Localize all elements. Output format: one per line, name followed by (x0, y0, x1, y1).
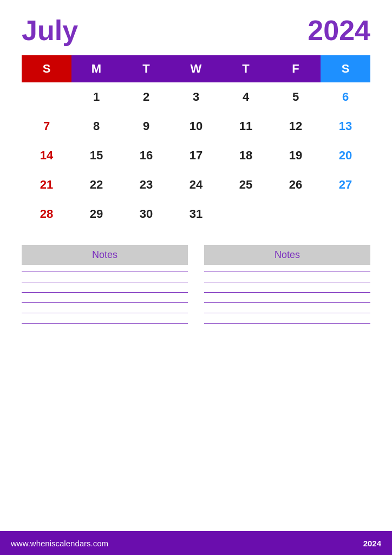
day-cell: 14 (22, 141, 71, 170)
notes-label-left: Notes (22, 245, 188, 265)
day-cell: 12 (271, 112, 321, 141)
day-cell: 27 (321, 170, 370, 199)
notes-line (22, 313, 188, 313)
day-cell: 8 (71, 112, 121, 141)
header-friday: F (271, 55, 321, 82)
day-cell: 24 (171, 170, 221, 199)
day-cell: 25 (221, 170, 271, 199)
header-monday: M (71, 55, 121, 82)
notes-line (204, 302, 370, 303)
notes-line (22, 292, 188, 293)
table-row: 7 8 9 10 11 12 13 (22, 112, 370, 141)
page: July 2024 S M T W T F S 1 (0, 0, 392, 555)
day-cell: 29 (71, 199, 121, 229)
table-row: 1 2 3 4 5 6 (22, 82, 370, 112)
day-cell: 9 (121, 112, 171, 141)
year-title: 2024 (308, 16, 370, 44)
day-cell: 21 (22, 170, 71, 199)
day-cell: 15 (71, 141, 121, 170)
footer-year: 2024 (363, 539, 381, 548)
notes-line (204, 313, 370, 313)
day-cell: 10 (171, 112, 221, 141)
day-cell: 18 (221, 141, 271, 170)
day-cell: 17 (171, 141, 221, 170)
day-cell (22, 82, 71, 112)
header-saturday: S (321, 55, 370, 82)
day-cell (271, 199, 321, 229)
day-cell (221, 199, 271, 229)
day-cell: 3 (171, 82, 221, 112)
header-wednesday: W (171, 55, 221, 82)
day-cell: 5 (271, 82, 321, 112)
notes-line (22, 323, 188, 324)
notes-line (22, 302, 188, 303)
notes-line (204, 272, 370, 272)
day-cell: 4 (221, 82, 271, 112)
calendar-wrapper: S M T W T F S 1 2 3 4 5 6 (22, 55, 370, 229)
notes-label-right: Notes (204, 245, 370, 265)
day-cell: 13 (321, 112, 370, 141)
notes-section: Notes Notes (22, 245, 370, 324)
day-cell: 26 (271, 170, 321, 199)
notes-line (204, 282, 370, 282)
day-cell: 11 (221, 112, 271, 141)
notes-box-left: Notes (22, 245, 188, 324)
notes-line (204, 292, 370, 293)
table-row: 21 22 23 24 25 26 27 (22, 170, 370, 199)
day-cell: 7 (22, 112, 71, 141)
day-cell: 20 (321, 141, 370, 170)
calendar-header-row: S M T W T F S (22, 55, 370, 82)
notes-lines-left (22, 272, 188, 324)
table-row: 28 29 30 31 (22, 199, 370, 229)
day-cell: 28 (22, 199, 71, 229)
day-cell: 30 (121, 199, 171, 229)
day-cell: 19 (271, 141, 321, 170)
day-cell: 6 (321, 82, 370, 112)
header-tuesday: T (121, 55, 171, 82)
notes-line (204, 323, 370, 324)
footer-url: www.wheniscalendars.com (11, 539, 108, 548)
month-title: July (22, 16, 78, 44)
notes-box-right: Notes (204, 245, 370, 324)
header-thursday: T (221, 55, 271, 82)
header-sunday: S (22, 55, 71, 82)
day-cell (321, 199, 370, 229)
day-cell: 22 (71, 170, 121, 199)
notes-line (22, 272, 188, 272)
table-row: 14 15 16 17 18 19 20 (22, 141, 370, 170)
notes-line (22, 282, 188, 282)
day-cell: 16 (121, 141, 171, 170)
footer: www.wheniscalendars.com 2024 (0, 531, 392, 555)
calendar-header: July 2024 (22, 16, 370, 44)
day-cell: 31 (171, 199, 221, 229)
notes-lines-right (204, 272, 370, 324)
day-cell: 2 (121, 82, 171, 112)
day-cell: 1 (71, 82, 121, 112)
calendar-table: S M T W T F S 1 2 3 4 5 6 (22, 55, 370, 229)
day-cell: 23 (121, 170, 171, 199)
